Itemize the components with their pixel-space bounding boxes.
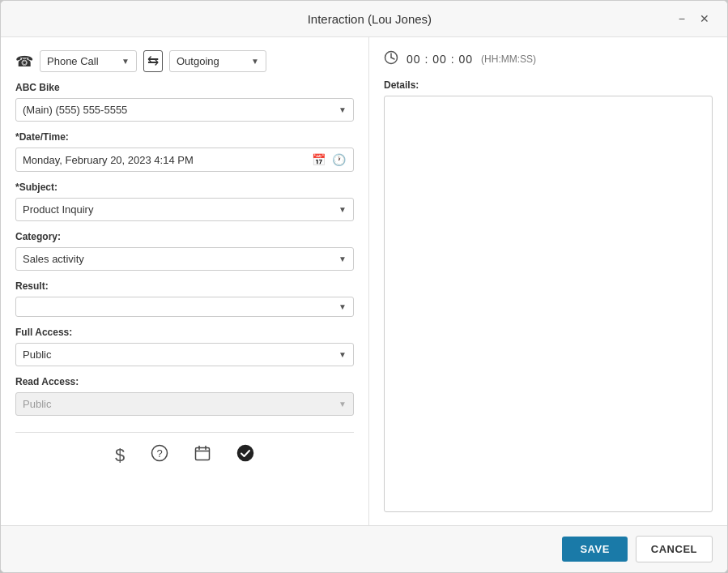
company-label: ABC Bike xyxy=(15,82,354,93)
category-label: Category: xyxy=(15,231,354,242)
datetime-label: *Date/Time: xyxy=(15,131,354,143)
modal-body: ☎ Phone Call ▼ ⇆ Outgoing ▼ ABC Bike (Ma… xyxy=(1,37,727,525)
chevron-down-icon: ▼ xyxy=(338,350,347,359)
datetime-icons: 📅 🕐 xyxy=(311,152,347,167)
svg-line-9 xyxy=(391,58,394,59)
time-picker-button[interactable]: 🕐 xyxy=(331,152,347,167)
svg-point-6 xyxy=(238,446,253,461)
svg-text:?: ? xyxy=(157,447,163,460)
read-access-label: Read Access: xyxy=(15,376,354,387)
checkmark-icon-button[interactable] xyxy=(236,444,254,466)
category-section: Category: Sales activity ▼ xyxy=(15,231,354,271)
chevron-down-icon: ▼ xyxy=(338,302,347,311)
timer-display: 00 : 00 : 00 xyxy=(407,53,473,66)
header-actions: − ✕ xyxy=(675,11,713,27)
phone-call-dropdown[interactable]: Phone Call ▼ xyxy=(40,50,137,72)
calendar-icon-button[interactable] xyxy=(194,445,211,465)
dollar-icon-button[interactable]: $ xyxy=(115,445,125,466)
modal-header: Interaction (Lou Jones) − ✕ xyxy=(1,1,727,37)
svg-rect-2 xyxy=(196,448,210,460)
datetime-row: Monday, February 20, 2023 4:14 PM 📅 🕐 xyxy=(15,148,354,172)
category-value: Sales activity xyxy=(23,253,84,265)
timer-row: 00 : 00 : 00 (HH:MM:SS) xyxy=(384,50,713,68)
chevron-down-icon: ▼ xyxy=(338,205,347,214)
category-dropdown[interactable]: Sales activity ▼ xyxy=(15,247,354,271)
subject-label: *Subject: xyxy=(15,182,354,193)
details-label: Details: xyxy=(384,79,713,91)
cancel-button[interactable]: CANCEL xyxy=(636,536,713,562)
company-phone-value: (Main) (555) 555-5555 xyxy=(23,104,127,116)
result-section: Result: ▼ xyxy=(15,280,354,317)
top-row: ☎ Phone Call ▼ ⇆ Outgoing ▼ xyxy=(15,50,354,72)
datetime-value: Monday, February 20, 2023 4:14 PM xyxy=(23,154,311,166)
save-button[interactable]: SAVE xyxy=(562,537,627,562)
read-access-dropdown[interactable]: Public ▼ xyxy=(15,392,354,416)
datetime-section: *Date/Time: Monday, February 20, 2023 4:… xyxy=(15,131,354,172)
phone-icon: ☎ xyxy=(15,53,33,71)
direction-icon: ⇆ xyxy=(143,50,163,72)
comment-icon-button[interactable]: ? xyxy=(151,444,168,466)
chevron-down-icon: ▼ xyxy=(121,57,130,66)
calendar-icon xyxy=(194,445,211,465)
right-panel: 00 : 00 : 00 (HH:MM:SS) Details: xyxy=(369,37,727,525)
close-button[interactable]: ✕ xyxy=(696,11,713,27)
calendar-picker-button[interactable]: 📅 xyxy=(311,152,326,167)
result-label: Result: xyxy=(15,280,354,292)
full-access-label: Full Access: xyxy=(15,327,354,338)
chevron-down-icon: ▼ xyxy=(251,57,259,66)
phone-call-label: Phone Call xyxy=(47,55,99,67)
comment-icon: ? xyxy=(151,444,168,466)
minimize-button[interactable]: − xyxy=(675,11,688,27)
subject-value: Product Inquiry xyxy=(23,203,93,216)
full-access-dropdown[interactable]: Public ▼ xyxy=(15,343,354,366)
company-section: ABC Bike (Main) (555) 555-5555 ▼ xyxy=(15,82,354,122)
modal-title: Interaction (Lou Jones) xyxy=(64,12,675,26)
checkmark-icon xyxy=(236,444,254,466)
full-access-section: Full Access: Public ▼ xyxy=(15,327,354,366)
read-access-section: Read Access: Public ▼ xyxy=(15,376,354,416)
subject-section: *Subject: Product Inquiry ▼ xyxy=(15,182,354,221)
company-phone-dropdown[interactable]: (Main) (555) 555-5555 ▼ xyxy=(15,98,354,122)
full-access-value: Public xyxy=(23,349,51,361)
direction-label: Outgoing xyxy=(177,55,219,67)
chevron-down-icon: ▼ xyxy=(338,254,347,263)
direction-dropdown[interactable]: Outgoing ▼ xyxy=(169,50,266,72)
chevron-down-icon: ▼ xyxy=(338,105,347,114)
interaction-modal: Interaction (Lou Jones) − ✕ ☎ Phone Call… xyxy=(0,0,728,573)
timer-format: (HH:MM:SS) xyxy=(481,53,536,65)
left-panel: ☎ Phone Call ▼ ⇆ Outgoing ▼ ABC Bike (Ma… xyxy=(1,37,369,525)
subject-dropdown[interactable]: Product Inquiry ▼ xyxy=(15,198,354,221)
result-dropdown[interactable]: ▼ xyxy=(15,297,354,317)
read-access-value: Public xyxy=(23,398,51,410)
details-textarea[interactable] xyxy=(384,96,713,512)
bottom-icons-row: $ ? xyxy=(15,432,354,474)
clock-icon xyxy=(384,50,398,68)
modal-footer: SAVE CANCEL xyxy=(1,525,727,572)
dollar-icon: $ xyxy=(115,445,125,466)
chevron-down-icon: ▼ xyxy=(338,400,347,408)
